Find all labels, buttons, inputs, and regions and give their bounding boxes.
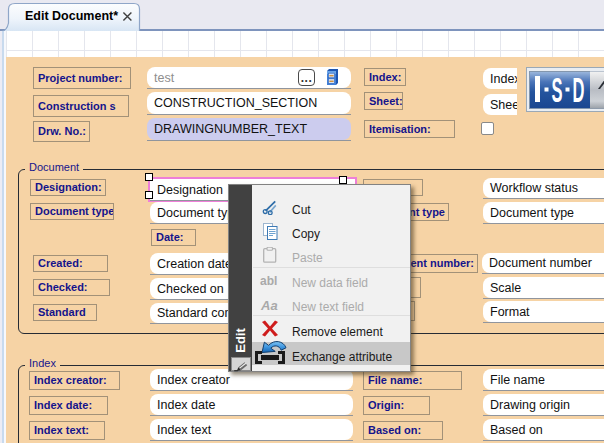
svg-text:S: S [551,70,562,110]
svg-text:D: D [573,70,585,110]
